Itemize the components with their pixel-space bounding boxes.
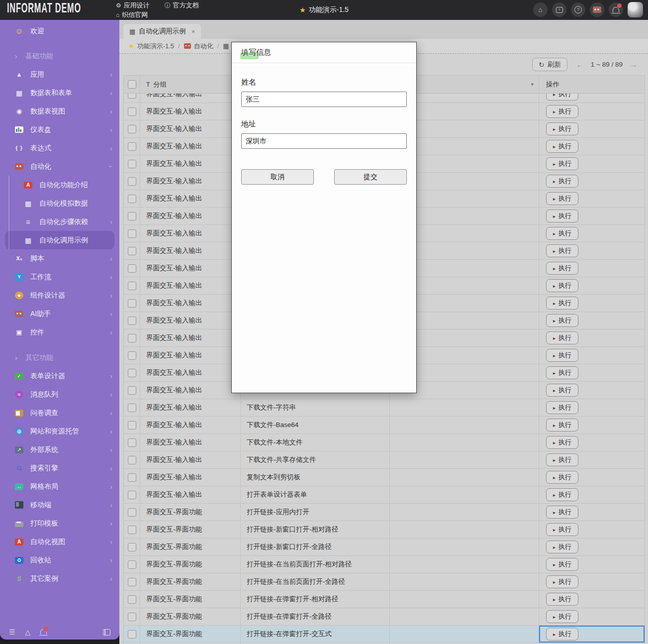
execute-button[interactable]: ▸ 执行 xyxy=(546,628,578,641)
feedback-button[interactable]: ? xyxy=(552,2,566,17)
execute-button[interactable]: ▸ 执行 xyxy=(546,436,578,449)
row-checkbox[interactable] xyxy=(128,177,136,186)
sidebar-item-消息队列[interactable]: ≈ 消息队列 › xyxy=(0,385,119,404)
row-checkbox[interactable] xyxy=(128,195,136,203)
execute-button[interactable]: ▸ 执行 xyxy=(546,314,578,327)
execute-button[interactable]: ▸ 执行 xyxy=(546,540,578,553)
execute-button[interactable]: ▸ 执行 xyxy=(546,384,578,397)
address-input[interactable] xyxy=(241,133,407,149)
refresh-button[interactable]: ↻ 刷新 xyxy=(532,58,567,71)
user-avatar[interactable] xyxy=(628,2,643,17)
table-row[interactable]: 界面交互-界面功能 打开链接-新窗口打开-全路径 ▸ 执行 xyxy=(124,538,645,556)
row-checkbox[interactable] xyxy=(128,369,136,377)
execute-button[interactable]: ▸ 执行 xyxy=(546,558,578,571)
row-checkbox[interactable] xyxy=(128,526,136,534)
sidebar-item-控件[interactable]: ▣ 控件 › xyxy=(0,323,119,341)
sidebar-item-数据表视图[interactable]: ◉ 数据表视图 › xyxy=(0,102,119,120)
nav-official-docs[interactable]: ⓘ 官方文档 xyxy=(165,1,199,10)
sidebar-item-仪表盘[interactable]: 仪表盘 › xyxy=(0,120,119,139)
nav-official-site[interactable]: ⌂ 织信官网 xyxy=(116,10,150,19)
nav-app-design[interactable]: ⚙ 应用设计 xyxy=(116,1,150,10)
assistant-button[interactable] xyxy=(590,2,604,17)
table-row[interactable]: 界面交互-界面功能 打开链接-在当前页面打开-全路径 ▸ 执行 xyxy=(124,573,645,591)
next-page-arrow-icon[interactable]: → xyxy=(630,60,637,69)
sidebar-item-其它功能[interactable]: › 其它功能 xyxy=(0,348,119,367)
row-checkbox[interactable] xyxy=(128,438,136,447)
table-row[interactable]: 界面交互-界面功能 打开链接-新窗口打开-相对路径 ▸ 执行 xyxy=(124,521,645,538)
row-checkbox[interactable] xyxy=(128,508,136,517)
execute-button[interactable]: ▸ 执行 xyxy=(546,506,578,519)
row-checkbox[interactable] xyxy=(128,142,136,151)
execute-button[interactable]: ▸ 执行 xyxy=(546,210,578,222)
table-row[interactable]: 界面交互-界面功能 打开链接-在弹窗打开-相对路径 ▸ 执行 xyxy=(124,591,645,608)
table-row[interactable]: 界面交互-输入输出 下载文件-字符串 ▸ 执行 xyxy=(124,399,645,417)
row-checkbox[interactable] xyxy=(128,351,136,360)
list-icon[interactable]: ☰ xyxy=(9,628,15,636)
row-checkbox[interactable] xyxy=(128,107,136,116)
row-checkbox[interactable] xyxy=(128,578,136,586)
filter-caret-icon[interactable]: ▾ xyxy=(531,81,534,88)
row-checkbox[interactable] xyxy=(128,212,136,220)
row-checkbox[interactable] xyxy=(128,334,136,342)
sidebar-item-自动化视图[interactable]: A 自动化视图 › xyxy=(0,533,119,551)
triangle-icon[interactable]: △ xyxy=(25,628,31,636)
execute-button[interactable]: ▸ 执行 xyxy=(546,593,578,606)
row-checkbox[interactable] xyxy=(128,160,136,168)
tab-automation-call-example[interactable]: ▦ 自动化调用示例 × xyxy=(123,24,201,39)
prev-page-arrow-icon[interactable]: ← xyxy=(576,60,584,69)
execute-button[interactable]: ▸ 执行 xyxy=(546,523,578,536)
execute-button[interactable]: ▸ 执行 xyxy=(546,262,578,275)
execute-button[interactable]: ▸ 执行 xyxy=(546,297,578,310)
row-checkbox[interactable] xyxy=(128,125,136,133)
sidebar-item-移动端[interactable]: 移动端 › xyxy=(0,496,119,514)
row-checkbox[interactable] xyxy=(128,543,136,551)
table-row[interactable]: 界面交互-输入输出 打开表单设计器表单 ▸ 执行 xyxy=(124,486,645,504)
table-row[interactable]: 界面交互-界面功能 打开链接-在弹窗打开-全路径 ▸ 执行 xyxy=(124,608,645,626)
row-checkbox[interactable] xyxy=(128,317,136,325)
execute-button[interactable]: ▸ 执行 xyxy=(546,331,578,344)
sidebar-item-外部系统[interactable]: ↗ 外部系统 › xyxy=(0,440,119,459)
execute-button[interactable]: ▸ 执行 xyxy=(546,122,578,135)
row-checkbox[interactable] xyxy=(128,264,136,273)
execute-button[interactable]: ▸ 执行 xyxy=(546,175,578,188)
row-checkbox[interactable] xyxy=(128,595,136,604)
cancel-button[interactable]: 取消 xyxy=(241,169,314,185)
breadcrumb-item-automation[interactable]: 自动化 xyxy=(184,42,213,51)
bell-icon[interactable] xyxy=(40,628,47,636)
row-checkbox[interactable] xyxy=(128,630,136,639)
select-all-checkbox[interactable] xyxy=(128,80,136,89)
table-row[interactable]: 界面交互-输入输出 下载文件-本地文件 ▸ 执行 xyxy=(124,434,645,451)
execute-button[interactable]: ▸ 执行 xyxy=(546,244,578,257)
header-group-column[interactable]: T 分组 ▾ xyxy=(140,76,241,93)
table-row[interactable]: 界面交互-界面功能 打开链接-在弹窗打开-交互式 ▸ 执行 xyxy=(124,626,645,643)
submit-button[interactable]: 提交 xyxy=(334,169,407,185)
row-checkbox[interactable] xyxy=(128,456,136,464)
execute-button[interactable]: ▸ 执行 xyxy=(546,140,578,153)
row-checkbox[interactable] xyxy=(128,229,136,238)
table-row[interactable]: 界面交互-界面功能 打开链接-在当前页面打开-相对路径 ▸ 执行 xyxy=(124,556,645,573)
sidebar-item-基础功能[interactable]: › 基础功能 xyxy=(0,47,119,65)
sidebar-item-应用[interactable]: ▲ 应用 › xyxy=(0,65,119,84)
breadcrumb-item-app[interactable]: ★ 功能演示-1.5 xyxy=(128,42,174,51)
execute-button[interactable]: ▸ 执行 xyxy=(546,157,578,170)
row-checkbox[interactable] xyxy=(128,473,136,482)
sidebar-item-组件设计器[interactable]: ◆ 组件设计器 › xyxy=(0,286,119,305)
execute-button[interactable]: ▸ 执行 xyxy=(546,575,578,588)
row-checkbox[interactable] xyxy=(128,282,136,290)
row-checkbox[interactable] xyxy=(128,247,136,255)
sidebar-item-其它案例[interactable]: S 其它案例 › xyxy=(0,569,119,588)
execute-button[interactable]: ▸ 执行 xyxy=(546,192,578,205)
sidebar-item-表达式[interactable]: { } 表达式 › xyxy=(0,139,119,157)
execute-button[interactable]: ▸ 执行 xyxy=(546,610,578,623)
row-checkbox[interactable] xyxy=(128,386,136,395)
execute-button[interactable]: ▸ 执行 xyxy=(546,419,578,431)
sidebar-item-回收站[interactable]: ♻ 回收站 › xyxy=(0,551,119,569)
row-checkbox[interactable] xyxy=(128,299,136,308)
row-checkbox[interactable] xyxy=(128,613,136,621)
row-checkbox[interactable] xyxy=(128,404,136,412)
help-button[interactable]: ? xyxy=(571,2,585,17)
sidebar-item-自动化步骤依赖[interactable]: ≡ 自动化步骤依赖 › xyxy=(0,213,119,231)
row-checkbox[interactable] xyxy=(128,491,136,499)
execute-button[interactable]: ▸ 执行 xyxy=(546,349,578,362)
sidebar-item-数据表和表单[interactable]: ▦ 数据表和表单 › xyxy=(0,84,119,102)
